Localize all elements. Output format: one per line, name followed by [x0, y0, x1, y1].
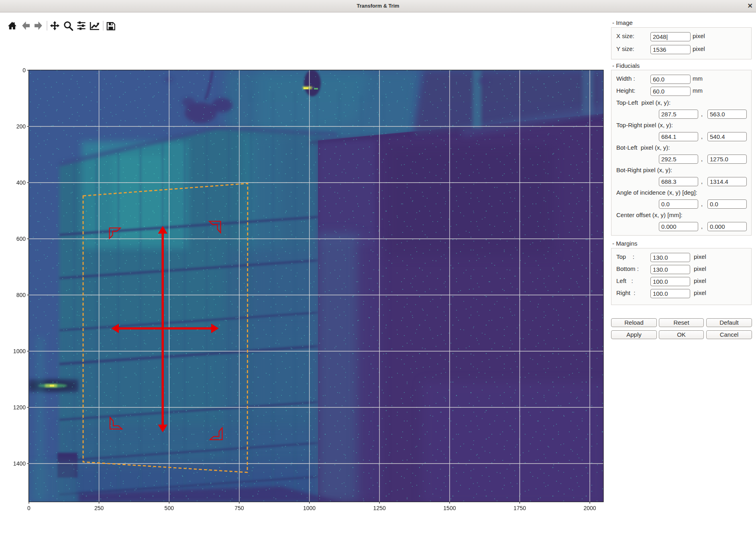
- svg-text:800: 800: [16, 292, 26, 298]
- svg-text:1400: 1400: [13, 460, 26, 467]
- svg-text:1000: 1000: [303, 505, 316, 511]
- svg-text:400: 400: [16, 179, 26, 186]
- svg-text:1250: 1250: [373, 505, 386, 511]
- svg-text:0: 0: [27, 505, 31, 511]
- svg-text:1200: 1200: [13, 404, 26, 411]
- svg-text:250: 250: [94, 505, 104, 511]
- svg-text:200: 200: [16, 123, 26, 130]
- svg-text:0: 0: [22, 67, 26, 73]
- svg-text:2000: 2000: [584, 505, 596, 511]
- svg-text:1000: 1000: [13, 348, 26, 354]
- svg-text:600: 600: [16, 236, 26, 242]
- svg-text:750: 750: [234, 505, 244, 511]
- svg-text:1500: 1500: [443, 505, 456, 511]
- svg-text:1750: 1750: [514, 505, 526, 511]
- svg-text:500: 500: [165, 505, 174, 511]
